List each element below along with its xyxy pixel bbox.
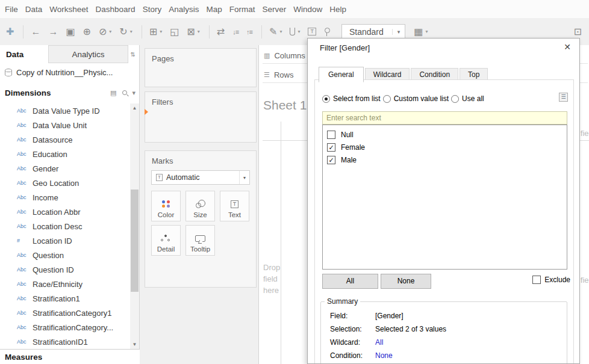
dimension-field[interactable]: Abc Data Value Unit [0, 118, 140, 132]
dimension-field[interactable]: Abc Stratification1 [0, 291, 140, 306]
value-checkbox[interactable] [327, 143, 335, 152]
run-auto-updates-icon[interactable]: ↻▾ [119, 27, 132, 37]
detail-button[interactable]: Detail [151, 225, 181, 256]
menu-item[interactable]: Worksheet [46, 5, 92, 14]
exclude-checkbox[interactable] [532, 276, 541, 284]
dimension-field[interactable]: # Location ID [0, 233, 140, 248]
swap-rows-columns-icon[interactable]: ⇄ [217, 27, 225, 37]
summary-row-value[interactable]: All [375, 336, 383, 349]
chevron-down-icon[interactable]: ▾ [298, 29, 300, 34]
dimension-field[interactable]: Abc Datasource [0, 132, 140, 147]
save-icon[interactable]: ▣ [66, 27, 75, 37]
radio-button[interactable] [383, 95, 391, 103]
menu-item[interactable]: Dashboard [92, 5, 139, 14]
presentation-mode-icon[interactable]: ⊡ [574, 27, 582, 37]
chevron-down-icon[interactable]: ▾ [160, 29, 162, 34]
sort-ascending-icon[interactable]: ↓≡ [232, 27, 238, 37]
filter-value-row[interactable]: Male [323, 153, 567, 166]
fix-axes-icon[interactable] [324, 28, 330, 36]
fit-selector[interactable]: Standard▾ [341, 24, 405, 40]
dialog-tab[interactable]: General [319, 67, 364, 82]
menu-item[interactable]: Help [326, 5, 350, 14]
sort-fields-icon[interactable]: ⇅ [131, 51, 136, 58]
dimension-field[interactable]: Abc Race/Ethnicity [0, 277, 140, 291]
size-button[interactable]: Size [185, 191, 215, 221]
dimension-field[interactable]: Abc Education [0, 147, 140, 161]
group-members-icon[interactable]: ▾ [290, 28, 300, 35]
datasource-item[interactable]: Copy of Nutrition__Physic... [0, 64, 139, 80]
chevron-down-icon[interactable]: ▾ [392, 29, 400, 35]
undo-icon[interactable]: ← [31, 27, 40, 37]
chevron-down-icon[interactable]: ▾ [198, 29, 200, 34]
dimension-field[interactable]: Abc Question [0, 248, 140, 262]
summary-row-value[interactable]: Selected 2 of 3 values [375, 322, 446, 336]
filter-value-row[interactable]: Null [323, 128, 567, 141]
save-icon: ▣ [66, 27, 75, 37]
menu-item[interactable]: File [1, 5, 22, 14]
menu-item[interactable]: Data [22, 5, 46, 14]
tab-data[interactable]: Data [0, 45, 48, 63]
redo-icon[interactable]: → [48, 27, 58, 37]
dimension-field[interactable]: Abc StratificationCategory... [0, 320, 140, 335]
list-view-icon[interactable]: ☰ [559, 93, 568, 102]
search-input[interactable] [322, 111, 567, 125]
dimension-field[interactable]: Abc Data Value Type ID [0, 103, 140, 118]
dimension-field[interactable]: Abc StratificationID1 [0, 335, 140, 349]
view-as-list-icon[interactable]: ▤ [110, 89, 116, 97]
tooltip-button[interactable]: Tooltip [185, 225, 215, 256]
value-checkbox[interactable] [327, 131, 335, 139]
show-me-icon[interactable]: ▦▾ [414, 27, 428, 37]
search-icon[interactable] [122, 90, 127, 95]
sort-descending-icon[interactable]: ↑≡ [246, 27, 252, 37]
chevron-down-icon[interactable]: ▾ [239, 171, 249, 184]
menu-item[interactable]: Server [258, 5, 290, 14]
chevron-down-icon[interactable]: ▾ [130, 29, 132, 34]
new-data-source-icon[interactable]: ⊕ [83, 27, 91, 37]
menu-item[interactable]: Map [202, 5, 225, 14]
tableau-logo-icon[interactable]: ✚ [6, 27, 14, 37]
pages-shelf[interactable]: Pages [145, 48, 257, 87]
filter-value-row[interactable]: Female [323, 141, 567, 153]
value-checkbox[interactable] [327, 156, 335, 164]
menu-item[interactable]: Analysis [165, 5, 202, 14]
scroll-down-icon[interactable]: ▼ [130, 340, 139, 349]
clear-sheet-icon[interactable]: ⊠▾ [187, 27, 199, 37]
all-button[interactable]: All [322, 274, 378, 289]
sheet-title[interactable]: Sheet 1 [263, 98, 307, 113]
rows-icon: ☰ [264, 71, 270, 79]
drop-field-hint[interactable]: Drop field here [263, 262, 286, 296]
tab-analytics[interactable]: Analytics [48, 45, 128, 63]
none-button[interactable]: None [381, 274, 431, 289]
summary-row-value[interactable]: None [375, 349, 393, 362]
chevron-down-icon[interactable]: ▾ [425, 29, 428, 34]
chevron-down-icon[interactable]: ▾ [109, 29, 111, 34]
dimensions-menu-icon[interactable]: ▾ [132, 89, 136, 97]
dimension-field[interactable]: Abc Gender [0, 161, 140, 176]
menu-item[interactable]: Story [139, 5, 166, 14]
pause-auto-updates-icon[interactable]: ⊘▾ [99, 27, 111, 37]
highlight-icon[interactable]: ✎▾ [269, 27, 282, 37]
text-button[interactable]: T Text [220, 191, 249, 221]
chevron-down-icon[interactable]: ▾ [279, 29, 282, 34]
filters-shelf[interactable]: Filters [145, 91, 257, 143]
scroll-up-icon[interactable]: ▲ [130, 103, 139, 113]
dimension-field[interactable]: Abc StratificationCategory1 [0, 306, 140, 320]
scrollbar-thumb[interactable] [131, 190, 139, 292]
radio-button[interactable] [451, 95, 459, 103]
menu-item[interactable]: Format [226, 5, 259, 14]
dimension-field[interactable]: Abc Location Desc [0, 219, 140, 233]
color-button[interactable]: Color [151, 191, 181, 221]
dimension-field[interactable]: Abc Geo Location [0, 176, 140, 190]
new-worksheet-icon[interactable]: ⊞▾ [149, 27, 162, 37]
menu-item[interactable]: Window [290, 5, 326, 14]
dimension-field[interactable]: Abc Location Abbr [0, 205, 140, 219]
duplicate-sheet-icon[interactable]: ◱ [170, 27, 179, 37]
fields-scrollbar[interactable]: ▲ ▼ [130, 103, 139, 349]
dimension-field[interactable]: Abc Question ID [0, 262, 140, 277]
close-icon[interactable]: ✕ [564, 42, 571, 52]
mark-type-dropdown[interactable]: T Automatic ▾ [151, 170, 250, 185]
dimension-field[interactable]: Abc Income [0, 190, 140, 205]
radio-button[interactable] [322, 95, 330, 103]
summary-row-value[interactable]: [Gender] [375, 309, 404, 322]
show-mark-labels-icon[interactable]: T [308, 28, 316, 35]
